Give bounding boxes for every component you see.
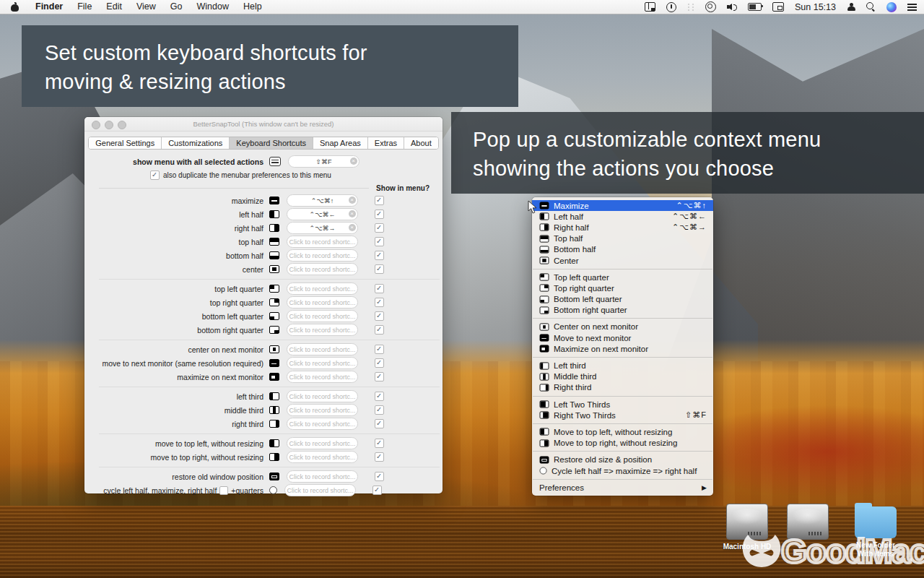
show-in-menu-checkbox[interactable] — [375, 439, 384, 448]
tab-customizations[interactable]: Customizations — [162, 137, 230, 149]
shortcut-field[interactable]: Click to record shortc... — [287, 418, 358, 430]
show-in-menu-checkbox[interactable] — [375, 196, 384, 205]
menu-item-top-left-quarter[interactable]: Top left quarter — [532, 272, 713, 282]
shortcut-field[interactable]: ⌃⌥⌘↑× — [287, 194, 358, 207]
menu-bar-item[interactable]: Edit — [99, 0, 129, 14]
clear-shortcut-icon[interactable]: × — [350, 158, 357, 165]
circled-one-icon[interactable] — [666, 2, 676, 12]
shortcut-field[interactable]: Click to record shortc... — [287, 263, 358, 275]
show-in-menu-checkbox[interactable] — [375, 223, 384, 233]
shortcut-field[interactable]: Click to record shortc... — [287, 249, 358, 262]
show-in-menu-checkbox[interactable] — [375, 264, 384, 274]
zoom-button[interactable] — [118, 121, 126, 129]
menu-item-left-two-thirds[interactable]: Left Two Thirds — [532, 399, 713, 410]
show-in-menu-checkbox[interactable] — [375, 237, 384, 246]
tab-about[interactable]: About — [404, 137, 438, 149]
show-in-menu-checkbox[interactable] — [375, 311, 384, 321]
shortcut-field[interactable]: Click to record shortc... — [287, 390, 358, 402]
show-in-menu-checkbox[interactable] — [375, 452, 384, 462]
notification-list-icon[interactable] — [907, 3, 917, 11]
menu-item-cycle-left-half-maximize-right-half[interactable]: Cycle left half => maximize => right hal… — [532, 465, 713, 476]
clear-shortcut-icon[interactable]: × — [349, 210, 356, 217]
menu-item-left-half[interactable]: Left half⌃⌥⌘← — [532, 211, 713, 222]
shortcut-field[interactable]: Click to record shortc... — [287, 371, 358, 383]
tab-extras[interactable]: Extras — [368, 137, 404, 149]
menu-item-maximize-on-next-monitor[interactable]: Maximize on next monitor — [532, 343, 713, 354]
shortcut-field[interactable]: Click to record shortc... — [287, 343, 358, 355]
shortcut-field[interactable]: Click to record shortc... — [287, 282, 358, 295]
shortcut-field[interactable]: Click to record shortc... — [287, 437, 358, 449]
shortcut-field[interactable]: ⇧⌘F × — [288, 155, 359, 168]
menu-bar-item[interactable]: Finder — [28, 0, 70, 14]
dots-grid-icon[interactable] — [687, 3, 694, 11]
clear-shortcut-icon[interactable]: × — [349, 224, 356, 231]
shortcut-field[interactable]: Click to record shortc... — [284, 484, 356, 496]
clear-shortcut-icon[interactable]: × — [349, 197, 356, 204]
shortcut-field[interactable]: Click to record shortc... — [287, 470, 358, 483]
title-bar[interactable]: BetterSnapTool (This window can't be res… — [84, 117, 443, 131]
menu-bar-item[interactable]: Window — [189, 0, 235, 14]
menu-item-move-to-top-left-without-resizing[interactable]: Move to top left, without resizing — [532, 426, 713, 437]
window-clip-icon[interactable] — [772, 2, 784, 12]
show-in-menu-checkbox[interactable] — [375, 405, 384, 415]
shortcut-field[interactable]: Click to record shortc... — [287, 324, 358, 336]
quarters-checkbox[interactable] — [219, 486, 228, 495]
shortcut-field[interactable]: ⌃⌥⌘←× — [287, 208, 358, 220]
menu-item-move-to-next-monitor[interactable]: Move to next monitor — [532, 332, 713, 343]
search-icon[interactable] — [866, 2, 876, 12]
show-in-menu-checkbox[interactable] — [375, 392, 384, 401]
shortcut-field[interactable]: Click to record shortc... — [287, 296, 358, 309]
tab-general-settings[interactable]: General Settings — [89, 137, 162, 149]
menu-item-move-to-top-right-without-resizing[interactable]: Move to top right, without resizing — [532, 438, 713, 449]
menu-bar-clock[interactable]: Sun 15:13 — [795, 2, 836, 12]
menu-item-center-on-next-monitor[interactable]: Center on next monitor — [532, 322, 713, 332]
shortcut-field[interactable]: Click to record shortc... — [287, 451, 358, 463]
shortcut-field[interactable]: ⌃⌥⌘→× — [287, 222, 358, 234]
menu-item-middle-third[interactable]: Middle third — [532, 371, 713, 382]
menu-item-right-two-thirds[interactable]: Right Two Thirds⇧⌘F — [532, 410, 713, 420]
menu-item-bottom-half[interactable]: Bottom half — [532, 244, 713, 255]
swirl-icon[interactable] — [705, 1, 716, 12]
show-in-menu-checkbox[interactable] — [375, 210, 384, 219]
show-in-menu-checkbox[interactable] — [375, 358, 384, 368]
menu-item-center[interactable]: Center — [532, 255, 713, 266]
show-in-menu-checkbox[interactable] — [372, 486, 382, 495]
shortcut-field[interactable]: Click to record shortc... — [287, 404, 358, 416]
apple-menu-icon[interactable] — [10, 2, 19, 12]
menu-item-top-half[interactable]: Top half — [532, 233, 713, 244]
show-in-menu-checkbox[interactable] — [375, 251, 384, 260]
menu-item-bottom-left-quarter[interactable]: Bottom left quarter — [532, 294, 713, 305]
menu-item-right-half[interactable]: Right half⌃⌥⌘→ — [532, 222, 713, 233]
close-button[interactable] — [92, 121, 100, 129]
speaker-icon[interactable] — [727, 3, 737, 11]
menu-bar-item[interactable]: View — [129, 0, 163, 14]
menu-item-preferences[interactable]: Preferences▶ — [532, 482, 713, 493]
shortcut-field[interactable]: Click to record shortc... — [287, 236, 358, 248]
menu-item-right-third[interactable]: Right third — [532, 382, 713, 393]
menu-bar-item[interactable]: File — [70, 0, 99, 14]
panels-icon[interactable] — [645, 2, 655, 12]
menu-bar-item[interactable]: Go — [163, 0, 190, 14]
show-in-menu-checkbox[interactable] — [375, 325, 384, 335]
user-icon[interactable] — [847, 3, 855, 12]
menu-item-top-right-quarter[interactable]: Top right quarter — [532, 282, 713, 293]
minimize-button[interactable] — [105, 121, 113, 129]
menu-item-left-third[interactable]: Left third — [532, 360, 713, 371]
menu-item-restore-old-size-position[interactable]: Restore old size & position — [532, 454, 713, 465]
menu-bar-item[interactable]: Help — [236, 0, 269, 14]
shortcut-field[interactable]: Click to record shortc... — [287, 310, 358, 322]
menu-item-maximize[interactable]: Maximize⌃⌥⌘↑ — [532, 200, 713, 211]
tab-snap-areas[interactable]: Snap Areas — [313, 137, 368, 149]
siri-icon[interactable] — [886, 2, 897, 12]
show-in-menu-checkbox[interactable] — [375, 298, 384, 307]
show-in-menu-checkbox[interactable] — [375, 472, 384, 481]
tab-keyboard-shortcuts[interactable]: Keyboard Shortcuts — [230, 137, 313, 149]
show-in-menu-checkbox[interactable] — [375, 419, 384, 428]
duplicate-checkbox[interactable] — [150, 171, 160, 180]
show-in-menu-checkbox[interactable] — [375, 372, 384, 381]
battery-icon[interactable] — [748, 3, 762, 11]
menu-item-bottom-right-quarter[interactable]: Bottom right quarter — [532, 305, 713, 316]
show-in-menu-checkbox[interactable] — [375, 345, 384, 354]
shortcut-field[interactable]: Click to record shortc... — [287, 357, 358, 369]
show-in-menu-checkbox[interactable] — [375, 284, 384, 293]
